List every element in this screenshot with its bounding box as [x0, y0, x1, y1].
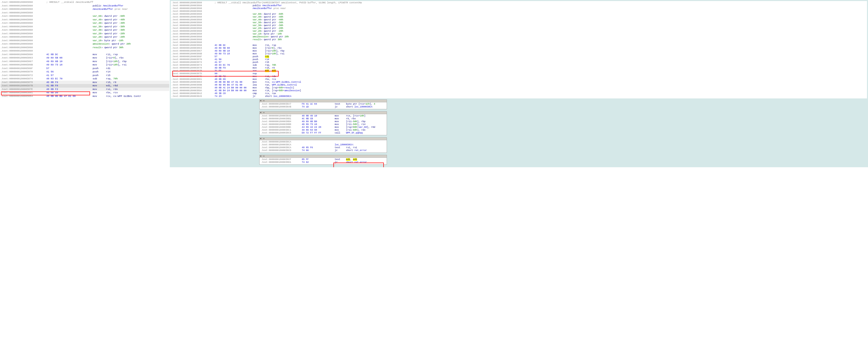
disasm-line[interactable]: .text:0000000180003860var_48= qword ptr … [1, 18, 169, 22]
disasm-line[interactable]: .text:00000001800038A574 23jzshort loc_1… [171, 95, 866, 98]
disasm-line[interactable]: .text:0000000180003860public AmsiScanBuf… [1, 4, 169, 8]
disasm-line[interactable]: .text:000000018000388448 8B 0D BD 47 01 … [1, 94, 169, 98]
disasm-line[interactable]: .text:0000000180003860result= qword ptr … [171, 38, 866, 41]
disasm-line[interactable]: .text:00000001800038B84D 89 73 A8mov[r11… [260, 123, 385, 126]
disasm-line[interactable]: .text:00000001800038CAloc_1800038CA: [260, 143, 385, 146]
disasm-line[interactable]: .text:00000001800038CF85 FFtestedi, edi [260, 158, 385, 161]
disasm-line[interactable]: .text:000000018000386349 89 5B 08mov[r11… [1, 56, 169, 60]
disasm-line[interactable]: .text:000000018000388148 8B D9movrbx, rc… [1, 91, 169, 94]
disasm-line[interactable]: .text:0000000180003860var_20= qword ptr … [171, 30, 866, 33]
disasm-line[interactable]: .text:00000001800038CA [260, 141, 385, 143]
disasm-line[interactable]: .text:000000018000386749 89 6B 10mov[r11… [171, 50, 866, 53]
graph-block-1[interactable]: ■□ ⊠ .text:00000001800038A7F6 41 1C 04te… [259, 100, 387, 109]
disasm-line[interactable]: .text:000000018000389A4C 8B B4 24 B0 00 … [171, 89, 866, 92]
disasm-line[interactable]: .text:000000018000386B49 89 73 18mov[r11… [171, 53, 866, 55]
disasm-line[interactable]: .text:0000000180003860var_48= qword ptr … [171, 16, 866, 19]
disasm-line[interactable]: .text:000000018000387241 57pushr15 [171, 61, 866, 64]
disasm-line[interactable]: .text:0000000180003860var_18= byte ptr -… [171, 33, 866, 35]
disasm-line[interactable]: .text:00000001800038AB74 1Djzshort loc_1… [260, 106, 385, 109]
disasm-line[interactable]: .text:000000018000387E48 8B F2movrsi, rd… [171, 75, 866, 78]
address: .text:00000001800038CA [260, 146, 302, 149]
disasm-line[interactable]: .text:0000000180003860AmsiScanBuffer pro… [1, 7, 169, 11]
disasm-line[interactable]: .text:00000001800038604C 8B DCmovr11, rs… [1, 53, 169, 56]
mnemonic: push [253, 61, 265, 64]
disasm-line[interactable]: .text:000000018000387041 56pushr14 [1, 70, 169, 74]
disasm-line[interactable]: .text:0000000180003860amsiSession= qword… [171, 35, 866, 38]
disasm-line[interactable]: .text:0000000180003860amsiSession= qword… [1, 42, 169, 46]
address: .text:000000018000387D [171, 73, 215, 75]
hex-bytes: 48 85 F6 [302, 146, 335, 149]
block-titlebar[interactable]: ■□ ⊠ [259, 112, 387, 114]
text: = qword ptr [101, 32, 119, 35]
disasm-line[interactable]: .text:0000000180003860var_30= qword ptr … [171, 24, 866, 27]
block-titlebar[interactable]: ■□ ⊠ [259, 138, 387, 140]
disasm-line[interactable]: .text:000000018000389248 8B AC 24 B0 00 … [171, 87, 866, 89]
disasm-line[interactable]: .text:0000000180003860var_38= dword ptr … [171, 21, 866, 24]
block-titlebar[interactable]: ■□ ⊠ [259, 155, 387, 158]
disasm-line[interactable]: .text:000000018000387B41 8B F8movedi, r8… [1, 84, 169, 88]
disasm-line[interactable]: .text:000000018000387E48 8B F2movrsi, rd… [1, 88, 169, 91]
disasm-line[interactable]: .text:0000000180003860 [171, 41, 866, 44]
disasm-line[interactable]: .text:000000018000387041 56pushr14 [171, 58, 866, 61]
disasm-line[interactable]: .text:000000018000387241 57pushr15 [1, 74, 169, 77]
disasm-line[interactable]: .text:0000000180003860result= qword ptr … [1, 46, 169, 50]
disasm-line[interactable]: .text:0000000180003860var_28= qword ptr … [1, 32, 169, 35]
disasm-line[interactable]: .text:0000000180003860; HRESULT __stdcal… [171, 2, 866, 4]
disasm-line[interactable]: .text:0000000180003860var_60= dword ptr … [171, 13, 866, 16]
graph-block-3[interactable]: ■□ ⊠ .text:00000001800038CA.text:0000000… [259, 137, 387, 153]
disasm-line[interactable]: .text:00000001800038CD74 66jzshort ret_e… [260, 149, 385, 152]
disasm-line[interactable]: .text:0000000180003860var_60= dword ptr … [1, 15, 169, 18]
disasm-line[interactable]: .text:0000000180003860var_18= byte ptr -… [1, 39, 169, 43]
disasm-line[interactable]: .text:000000018000386F57pushrdi [1, 67, 169, 71]
graph-block-4[interactable]: ■□ ⊠ .text:00000001800038CF85 FFtestedi,… [259, 155, 387, 165]
disasm-line[interactable]: .text:000000018000386349 89 5B 08mov[r11… [171, 47, 866, 50]
disasm-line[interactable]: .text:000000018000388148 8B D9movrbx, rc… [171, 78, 866, 81]
disasm-line[interactable]: .text:00000001800038604C 8B DCmovr11, rs… [171, 44, 866, 47]
disasm-line[interactable]: .text:00000001800038784D 8B F9movr15, r9 [171, 67, 866, 70]
disasm-line[interactable]: .text:000000018000386F57pushrdi [171, 55, 866, 58]
disasm-line[interactable]: .text:0000000180003860var_20= qword ptr … [1, 35, 169, 39]
block-titlebar[interactable]: ■□ ⊠ [259, 100, 387, 102]
disasm-line[interactable]: .text:000000018000388448 8B 0D BD 47 01 … [171, 81, 866, 84]
address: .text:000000018000387B [171, 70, 215, 73]
disasm-line[interactable]: .text:00000001800038A7F6 41 1C 04testbyt… [260, 103, 385, 106]
disasm-line[interactable]: .text:00000001800038A248 3B C8cmprcx, ra… [171, 92, 866, 95]
hex-bytes: 48 3B C8 [215, 92, 253, 95]
disasm-line[interactable]: .text:0000000180003860var_28= qword ptr … [171, 27, 866, 30]
disasm-line[interactable]: .text:0000000180003860 [1, 49, 169, 53]
disasm-line[interactable]: .text:0000000180003860 [1, 11, 169, 15]
disasm-line[interactable]: .text:0000000180003860var_30= qword ptr … [1, 28, 169, 32]
disasm-line[interactable]: .text:0000000180003860AmsiScanBuffer pro… [171, 7, 866, 10]
disasm-line[interactable]: .text:00000001800038BC44 89 44 24 28mov[… [260, 126, 385, 129]
disasm-line[interactable]: .text:00000001800038B449 89 6B B0mov[r11… [260, 120, 385, 123]
disasm-line[interactable]: .text:000000018000386749 89 6B 10mov[r11… [1, 60, 169, 63]
disasm-line[interactable]: .text:00000001800038AD48 8B 49 10movrcx,… [260, 115, 385, 117]
disasm-left-original[interactable]: .text:0000000180003860; HRESULT __stdcal… [0, 0, 170, 167]
disasm-right-main-listing[interactable]: .text:0000000180003860; HRESULT __stdcal… [171, 1, 867, 99]
disasm-line[interactable]: .text:00000001800038784D 8B F9movr15, r9 [1, 81, 169, 84]
disasm-line[interactable]: .text:000000018000387448 83 EC 70subrsp,… [1, 77, 169, 81]
disasm-right-patched[interactable]: .text:0000000180003860; HRESULT __stdcal… [170, 0, 868, 167]
disasm-line[interactable]: .text:000000018000387448 83 EC 70subrsp,… [171, 64, 866, 67]
disasm-line[interactable]: .text:0000000180003860; HRESULT __stdcal… [1, 1, 169, 4]
disasm-line[interactable]: .text:0000000180003860var_40= qword ptr … [171, 19, 866, 21]
mnemonic: lea [253, 84, 265, 87]
disasm-line[interactable]: .text:000000018000388B48 8D 05 B6 47 01 … [171, 84, 866, 87]
disasm-line[interactable]: .text:00000001800038CA48 85 F6testrsi, r… [260, 146, 385, 149]
disasm-line[interactable]: .text:00000001800038B14C 8B CBmovr9, rbx [260, 117, 385, 120]
disasm-line[interactable]: .text:000000018000387B31 FFxoredi, edi [171, 70, 866, 73]
disasm-line[interactable]: .text:00000001800038C5E8 72 F7 FF FFcall… [260, 132, 385, 135]
disasm-line[interactable]: .text:0000000180003860var_38= qword ptr … [1, 25, 169, 29]
disasm-line[interactable]: .text:0000000180003860public AmsiScanBuf… [171, 4, 866, 7]
number: -18h [118, 39, 123, 42]
address: .text:0000000180003870 [1, 70, 46, 74]
disasm-line[interactable]: .text:00000001800038C149 89 53 98mov[r11… [260, 129, 385, 132]
operands: short ret_error [346, 161, 367, 164]
operands: [r11-68h], rdx [346, 129, 366, 132]
disasm-line[interactable]: .text:00000001800038D174 62jzshort ret_e… [260, 161, 385, 164]
graph-block-2[interactable]: ■□ ⊠ .text:00000001800038AD48 8B 49 10mo… [259, 111, 387, 135]
disasm-line[interactable]: .text:000000018000387D90nop [171, 73, 866, 75]
disasm-line[interactable]: .text:000000018000386B49 89 73 18mov[r11… [1, 63, 169, 67]
disasm-line[interactable]: .text:0000000180003860var_40= qword ptr … [1, 21, 169, 25]
disasm-line[interactable]: .text:0000000180003860 [171, 10, 866, 13]
